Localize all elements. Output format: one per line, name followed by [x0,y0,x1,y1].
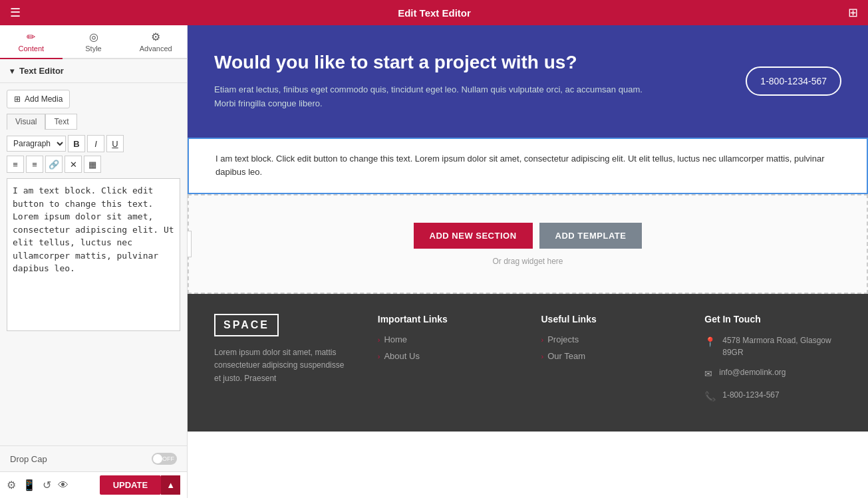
list-unordered-button[interactable]: ≡ [7,156,24,173]
drop-cap-toggle[interactable]: OFF [152,453,177,465]
underline-button[interactable]: U [106,135,124,152]
add-template-button[interactable]: ADD TEMPLATE [539,223,643,249]
style-tab-icon: ◎ [89,31,98,43]
drop-cap-row: Drop Cap OFF [0,445,187,471]
useful-links-title: Useful Links [541,314,678,324]
tab-text[interactable]: Text [45,114,77,130]
footer-useful-links-col: Useful Links › Projects › Our Team [541,314,678,412]
page-title: Edit Text Editor [398,7,471,19]
tab-content[interactable]: ✏ Content [0,25,63,59]
update-group: UPDATE ▲ [100,475,180,495]
menu-icon[interactable]: ☰ [10,5,21,20]
top-bar: ☰ Edit Text Editor ⊞ [0,0,868,25]
add-new-section-button[interactable]: ADD NEW SECTION [414,223,533,249]
drag-hint: Or drag widget here [492,257,563,266]
contact-phone: 📞 1-800-1234-567 [704,389,841,404]
footer-section: SPACE Lorem ipsum dolor sit amet, mattis… [188,294,868,432]
section-header: ▾ Text Editor [0,59,187,83]
footer-description: Lorem ipsum dolor sit amet, mattis conse… [214,346,351,385]
update-dropdown-button[interactable]: ▲ [161,475,180,495]
bottom-bar: ⚙ 📱 ↺ 👁 UPDATE ▲ [0,471,187,498]
collapse-panel-button[interactable]: ‹ [188,231,192,257]
hero-title: Would you like to start a project with u… [214,52,647,73]
contact-title: Get In Touch [704,314,841,324]
list-ordered-button[interactable]: ≡ [26,156,43,173]
footer-link-projects[interactable]: › Projects [541,334,678,344]
format-toolbar: Paragraph Heading 1 Heading 2 B I U [7,135,180,152]
settings-icon[interactable]: ⚙ [7,479,16,491]
grid-icon[interactable]: ⊞ [848,5,858,20]
paragraph-select[interactable]: Paragraph Heading 1 Heading 2 [7,136,66,152]
tab-visual[interactable]: Visual [7,114,45,130]
footer-logo: SPACE [214,314,279,336]
footer-link-home[interactable]: › Home [378,334,515,344]
toggle-label: OFF [162,455,174,462]
link-button[interactable]: 🔗 [45,156,63,173]
footer-link-team[interactable]: › Our Team [541,351,678,361]
content-tab-icon: ✏ [27,31,35,43]
history-icon[interactable]: ↺ [43,479,51,491]
toolbar-row2: ≡ ≡ 🔗 ✕ ▦ [7,156,180,173]
hero-phone-button[interactable]: 1-800-1234-567 [746,66,841,96]
update-button[interactable]: UPDATE [100,475,161,495]
advanced-tab-icon: ⚙ [151,31,160,43]
chevron-right-icon: › [541,336,544,344]
phone-icon: 📞 [704,390,716,404]
italic-button[interactable]: I [87,135,104,152]
chevron-right-icon: › [541,352,544,360]
footer-link-about[interactable]: › About Us [378,351,515,361]
section-title: Text Editor [19,66,64,76]
main-layout: ✏ Content ◎ Style ⚙ Advanced ▾ Text Edit… [0,25,868,498]
chevron-down-icon: ▾ [10,66,14,76]
text-block-content: I am text block. Click edit button to ch… [216,152,840,180]
drop-cap-label: Drop Cap [10,454,47,464]
footer-contact-col: Get In Touch 📍 4578 Marmora Road, Glasgo… [704,314,841,412]
footer-logo-col: SPACE Lorem ipsum dolor sit amet, mattis… [214,314,351,412]
sidebar: ✏ Content ◎ Style ⚙ Advanced ▾ Text Edit… [0,25,188,498]
table-button[interactable]: ▦ [84,156,101,173]
eye-icon[interactable]: 👁 [58,479,69,491]
sidebar-content: ⊞ Add Media Visual Text Paragraph Headin… [0,83,187,440]
tablet-icon[interactable]: 📱 [23,479,36,491]
add-section-area: ‹ ADD NEW SECTION ADD TEMPLATE Or drag w… [188,194,868,294]
contact-address: 📍 4578 Marmora Road, Glasgow 89GR [704,334,841,358]
add-section-buttons: ADD NEW SECTION ADD TEMPLATE [414,223,643,249]
text-block-section: I am text block. Click edit button to ch… [188,138,868,195]
add-media-icon: ⊞ [14,94,21,104]
hero-section: Would you like to start a project with u… [188,25,868,138]
email-icon: ✉ [704,367,712,381]
contact-email: ✉ info@demolink.org [704,366,841,381]
hero-text: Would you like to start a project with u… [214,52,647,111]
location-icon: 📍 [704,335,716,349]
toggle-knob [153,454,162,463]
hero-description: Etiam erat lectus, finibus eget commodo … [214,83,647,111]
tab-advanced[interactable]: ⚙ Advanced [124,25,187,59]
add-media-button[interactable]: ⊞ Add Media [7,90,70,108]
editor-mode-tabs: Visual Text [7,114,180,130]
tab-style[interactable]: ◎ Style [63,25,125,59]
important-links-title: Important Links [378,314,515,324]
chevron-right-icon: › [378,336,380,344]
bold-button[interactable]: B [68,135,85,152]
chevron-right-icon: › [378,352,380,360]
bottom-left-icons: ⚙ 📱 ↺ 👁 [7,479,69,491]
footer-important-links-col: Important Links › Home › About Us [378,314,515,412]
content-area: Would you like to start a project with u… [188,25,868,498]
text-editor-area[interactable] [7,178,180,331]
sidebar-tabs: ✏ Content ◎ Style ⚙ Advanced [0,25,187,59]
remove-button[interactable]: ✕ [65,156,82,173]
